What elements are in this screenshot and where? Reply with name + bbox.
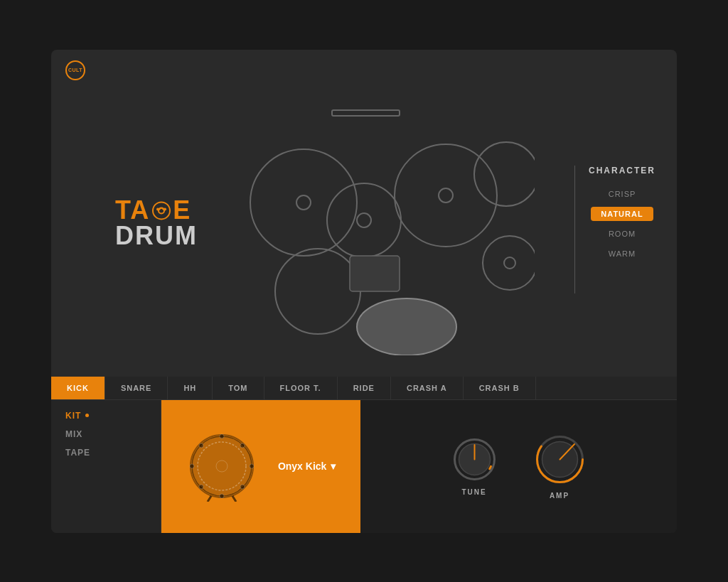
svg-point-12 [439, 188, 453, 203]
svg-point-29 [190, 464, 194, 468]
tabs-bar: KICK SNARE HH TOM FLOOR T. RIDE CRASH A … [51, 377, 677, 400]
svg-point-17 [357, 298, 456, 355]
kick-drum-svg [186, 431, 257, 502]
svg-line-31 [208, 496, 211, 502]
tab-tom[interactable]: TOM [213, 377, 264, 399]
bottom-section: KICK SNARE HH TOM FLOOR T. RIDE CRASH A … [51, 377, 677, 533]
svg-point-24 [240, 443, 245, 448]
sidebar: KIT MIX TAPE [51, 400, 161, 533]
tab-crash-b[interactable]: CRASH B [464, 377, 536, 399]
tune-label: TUNE [461, 488, 486, 496]
character-divider [574, 166, 575, 293]
amp-control: AMP [533, 433, 587, 500]
svg-point-27 [220, 494, 224, 498]
sidebar-item-tape[interactable]: TAPE [65, 448, 146, 458]
sidebar-item-mix[interactable]: MIX [65, 429, 146, 439]
svg-point-9 [327, 183, 401, 257]
tab-kick[interactable]: KICK [51, 377, 105, 399]
svg-point-26 [240, 485, 245, 489]
tab-snare[interactable]: SNARE [105, 377, 168, 399]
svg-point-14 [483, 236, 535, 290]
svg-rect-18 [350, 256, 400, 291]
svg-point-15 [504, 257, 515, 269]
svg-point-25 [250, 464, 254, 468]
brand-area: TA E DRUM [115, 198, 198, 249]
mix-label: MIX [65, 429, 82, 439]
svg-point-8 [296, 195, 311, 210]
kick-arrow: ▾ [331, 460, 336, 472]
svg-point-7 [250, 149, 357, 256]
logo-area: CULT [65, 60, 85, 80]
svg-point-0 [153, 202, 170, 219]
svg-point-10 [357, 213, 371, 227]
character-title: CHARACTER [589, 166, 655, 176]
tune-knob-svg [451, 436, 498, 483]
tab-floor-t[interactable]: FLOOR T. [264, 377, 338, 399]
svg-line-32 [232, 496, 236, 502]
kick-drum-visual [186, 431, 257, 502]
character-option-natural[interactable]: NATURAL [591, 207, 653, 221]
svg-point-13 [474, 142, 535, 206]
svg-point-16 [275, 249, 360, 334]
bottom-content: KIT MIX TAPE [51, 400, 677, 533]
cult-badge: CULT [65, 60, 85, 80]
app-window: CULT TA E DRUM [51, 50, 677, 533]
drum-kit-svg [193, 71, 535, 355]
top-section: CULT TA E DRUM [51, 50, 677, 377]
tab-crash-a[interactable]: CRASH A [391, 377, 464, 399]
amp-label: AMP [550, 492, 569, 500]
kick-label[interactable]: Onyx Kick ▾ [278, 460, 336, 472]
sidebar-item-kit[interactable]: KIT [65, 411, 146, 421]
svg-point-1 [159, 208, 164, 213]
svg-rect-6 [332, 110, 400, 116]
amp-knob-svg [533, 433, 587, 486]
kit-dot [85, 414, 89, 417]
kit-label: KIT [65, 411, 81, 421]
drum-kit [193, 71, 535, 355]
tune-knob[interactable] [451, 436, 498, 483]
tape-label: TAPE [65, 448, 90, 458]
kick-display: Onyx Kick ▾ [161, 400, 360, 533]
tab-hh[interactable]: HH [168, 377, 213, 399]
character-option-room[interactable]: ROOM [599, 227, 646, 241]
kick-name: Onyx Kick [278, 460, 326, 472]
tune-control: TUNE [451, 436, 498, 496]
character-option-warm[interactable]: WARM [599, 247, 646, 261]
controls-area: TUNE AMP [360, 400, 677, 533]
svg-point-28 [199, 485, 203, 489]
amp-knob[interactable] [533, 433, 587, 486]
svg-point-23 [220, 434, 224, 438]
cult-text: CULT [68, 68, 82, 72]
brand-tape: TA E [115, 198, 198, 223]
brand-drum: DRUM [115, 223, 198, 249]
character-option-crisp[interactable]: CRISP [599, 187, 646, 201]
tape-icon [151, 200, 171, 220]
svg-point-30 [199, 443, 203, 448]
tab-ride[interactable]: RIDE [338, 377, 391, 399]
character-panel: CHARACTER CRISP NATURAL ROOM WARM [589, 166, 655, 261]
